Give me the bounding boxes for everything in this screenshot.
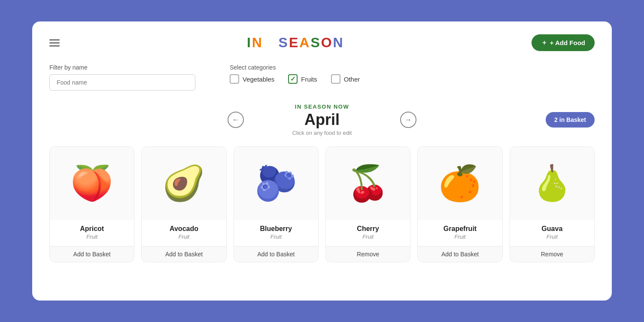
- food-card-name: Cherry: [330, 225, 406, 233]
- food-card-action[interactable]: Add to Basket: [234, 246, 318, 262]
- header: IN SEASON ＋ + Add Food: [49, 34, 595, 51]
- category-other-label: Other: [344, 76, 360, 83]
- add-food-button[interactable]: ＋ + Add Food: [532, 34, 595, 51]
- food-card-action[interactable]: Add to Basket: [142, 246, 226, 262]
- category-vegetables[interactable]: Vegetables: [230, 74, 274, 84]
- basket-badge[interactable]: 2 in Basket: [546, 112, 595, 128]
- category-options: Vegetables Fruits Other: [230, 74, 360, 84]
- season-month: April: [49, 111, 595, 129]
- menu-icon[interactable]: [49, 39, 60, 46]
- food-card-name: Guava: [514, 225, 590, 233]
- season-now-label: IN SEASON NOW: [49, 103, 595, 110]
- food-card-image: 🍒: [326, 147, 410, 220]
- food-card-name: Apricot: [54, 225, 130, 233]
- main-card: IN SEASON ＋ + Add Food Filter by name Se…: [32, 21, 612, 301]
- food-card[interactable]: 🍒 Cherry Fruit Remove: [325, 146, 410, 262]
- food-grid: 🍑 Apricot Fruit Add to Basket 🥑 Avocado …: [49, 146, 595, 262]
- next-month-button[interactable]: →: [400, 112, 416, 128]
- food-card-action[interactable]: Add to Basket: [50, 246, 134, 262]
- food-card-info: Grapefruit Fruit: [418, 220, 502, 242]
- food-card-type: Fruit: [238, 234, 314, 240]
- food-card-info: Blueberry Fruit: [234, 220, 318, 242]
- category-other[interactable]: Other: [331, 74, 360, 84]
- checkbox-vegetables[interactable]: [230, 74, 239, 84]
- food-card[interactable]: 🥑 Avocado Fruit Add to Basket: [141, 146, 226, 262]
- food-card-type: Fruit: [330, 234, 406, 240]
- category-vegetables-label: Vegetables: [243, 76, 274, 83]
- filter-label: Filter by name: [49, 64, 195, 71]
- food-card-image: 🥑: [142, 147, 226, 220]
- add-food-label: + Add Food: [550, 39, 585, 46]
- food-card-action[interactable]: Add to Basket: [418, 246, 502, 262]
- app-title: IN SEASON: [247, 35, 344, 51]
- season-header: ← IN SEASON NOW April Click on any food …: [49, 103, 595, 136]
- food-card[interactable]: 🍑 Apricot Fruit Add to Basket: [49, 146, 134, 262]
- food-card-info: Guava Fruit: [510, 220, 594, 242]
- food-card-info: Apricot Fruit: [50, 220, 134, 242]
- food-card-name: Blueberry: [238, 225, 314, 233]
- plus-icon: ＋: [541, 39, 547, 47]
- filter-group: Filter by name: [49, 64, 195, 91]
- food-card[interactable]: 🫐 Blueberry Fruit Add to Basket: [234, 146, 319, 262]
- food-card-image: 🍑: [50, 147, 134, 220]
- food-card-action[interactable]: Remove: [326, 246, 410, 262]
- food-card-type: Fruit: [54, 234, 130, 240]
- food-card-type: Fruit: [514, 234, 590, 240]
- food-card-image: 🍊: [418, 147, 502, 220]
- filter-row: Filter by name Select categories Vegetab…: [49, 64, 595, 91]
- checkbox-other[interactable]: [331, 74, 340, 84]
- food-card-type: Fruit: [422, 234, 498, 240]
- category-fruits[interactable]: Fruits: [288, 74, 317, 84]
- food-card-info: Avocado Fruit: [142, 220, 226, 242]
- categories-label: Select categories: [230, 64, 360, 71]
- prev-month-button[interactable]: ←: [228, 112, 244, 128]
- season-subtitle: Click on any food to edit: [49, 130, 595, 136]
- categories-group: Select categories Vegetables Fruits Othe…: [230, 64, 360, 84]
- food-card-info: Cherry Fruit: [326, 220, 410, 242]
- food-card[interactable]: 🍐 Guava Fruit Remove: [510, 146, 595, 262]
- search-input[interactable]: [49, 74, 195, 91]
- food-card-name: Avocado: [146, 225, 222, 233]
- food-card-action[interactable]: Remove: [510, 246, 594, 262]
- food-card-image: 🫐: [234, 147, 318, 220]
- basket-count-label: 2 in Basket: [554, 116, 586, 123]
- checkbox-fruits[interactable]: [288, 74, 298, 84]
- food-card-type: Fruit: [146, 234, 222, 240]
- category-fruits-label: Fruits: [301, 76, 317, 83]
- food-card-image: 🍐: [510, 147, 594, 220]
- food-card-name: Grapefruit: [422, 225, 498, 233]
- food-card[interactable]: 🍊 Grapefruit Fruit Add to Basket: [417, 146, 502, 262]
